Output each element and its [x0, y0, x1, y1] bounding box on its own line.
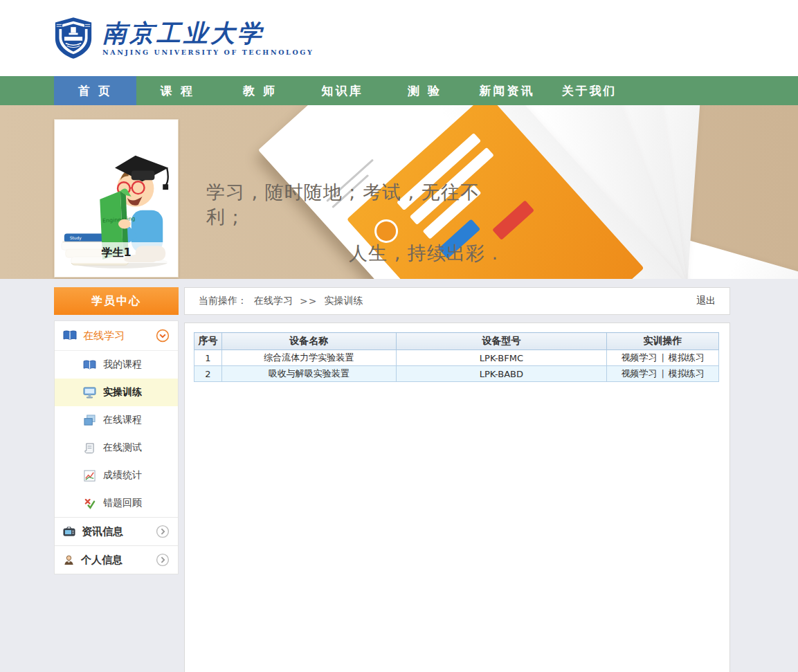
nav-item-knowledge-base[interactable]: 知识库 — [301, 76, 383, 105]
x-check-icon — [82, 498, 96, 509]
simulation-practice-link[interactable]: 模拟练习 — [669, 352, 705, 363]
nav-item-about[interactable]: 关于我们 — [548, 76, 631, 105]
sidebar-item-score-statistics[interactable]: 成绩统计 — [55, 462, 178, 489]
cell-device-model: LPK-BFMC — [396, 350, 607, 366]
table-header-row: 序号 设备名称 设备型号 实训操作 — [194, 333, 719, 350]
university-name-en: NANJING UNIVERSITY OF TECHNOLOGY — [102, 48, 314, 56]
cell-operations: 视频学习|模拟练习 — [607, 350, 719, 366]
student-name-label: 学生1 — [55, 242, 178, 263]
banner-slogan: 学习 , 随时随地 ; 考试 , 无往不利 ; 人生 , 持续出彩 . — [206, 180, 498, 266]
logout-button[interactable]: 退出 — [696, 295, 716, 307]
cell-no: 2 — [194, 366, 222, 382]
student-profile-card[interactable]: Study Engineering — [54, 119, 179, 278]
nav-item-home[interactable]: 首 页 — [54, 76, 136, 105]
university-name-cn: 南京工业大学 — [102, 21, 314, 45]
nav-item-courses[interactable]: 课 程 — [136, 76, 219, 105]
slogan-line-2: 人生 , 持续出彩 . — [206, 241, 498, 266]
col-header-no: 序号 — [194, 333, 222, 350]
main-nav: 首 页 课 程 教 师 知识库 测 验 新闻资讯 关于我们 — [0, 76, 798, 105]
cell-no: 1 — [194, 350, 222, 366]
sidebar-item-personal-info[interactable]: 个人信息 — [55, 545, 178, 574]
sidebar-item-practical-training[interactable]: 实操训练 — [55, 379, 178, 406]
sidebar-item-online-tests[interactable]: 在线测试 — [55, 434, 178, 462]
sidebar-item-wrong-question-review[interactable]: 错题回顾 — [55, 489, 178, 517]
col-header-operations: 实训操作 — [607, 333, 719, 350]
chart-icon — [82, 470, 96, 482]
cell-device-model: LPK-BABD — [396, 366, 607, 382]
scroll-icon — [82, 442, 96, 454]
breadcrumb-section[interactable]: 在线学习 — [254, 295, 293, 307]
col-header-device-name: 设备名称 — [221, 333, 396, 350]
nav-item-tests[interactable]: 测 验 — [383, 76, 466, 105]
sidebar-item-news-info[interactable]: 资讯信息 — [55, 517, 178, 545]
breadcrumb-prefix: 当前操作： — [199, 295, 247, 307]
video-study-link[interactable]: 视频学习 — [621, 368, 657, 379]
windows-icon — [82, 415, 96, 426]
simulation-practice-link[interactable]: 模拟练习 — [669, 368, 705, 379]
svg-text:Study: Study — [70, 235, 82, 241]
sidebar: 学员中心 在线学习 我的课程 实操 — [54, 287, 179, 574]
page-header: 南京工业大学 NANJING UNIVERSITY OF TECHNOLOGY — [0, 0, 798, 76]
slogan-line-1: 学习 , 随时随地 ; 考试 , 无往不利 ; — [206, 180, 498, 230]
cell-device-name: 吸收与解吸实验装置 — [221, 366, 396, 382]
chevron-right-icon — [156, 553, 170, 567]
university-logo[interactable]: 南京工业大学 NANJING UNIVERSITY OF TECHNOLOGY — [54, 16, 314, 60]
breadcrumb: 当前操作： 在线学习 >> 实操训练 退出 — [184, 287, 730, 315]
main-panel: 序号 设备名称 设备型号 实训操作 1 综合流体力学实验装置 LPK-BFMC … — [184, 323, 730, 672]
content-area: 学员中心 在线学习 我的课程 实操 — [0, 279, 798, 672]
main-column: 当前操作： 在线学习 >> 实操训练 退出 序号 设备名称 设备型号 实训操作 … — [184, 287, 730, 672]
nav-item-news[interactable]: 新闻资讯 — [466, 76, 548, 105]
cell-device-name: 综合流体力学实验装置 — [221, 350, 396, 366]
table-row: 2 吸收与解吸实验装置 LPK-BABD 视频学习|模拟练习 — [194, 366, 719, 382]
video-study-link[interactable]: 视频学习 — [621, 352, 657, 363]
table-row: 1 综合流体力学实验装置 LPK-BFMC 视频学习|模拟练习 — [194, 350, 719, 366]
tv-icon — [63, 526, 75, 537]
cell-operations: 视频学习|模拟练习 — [607, 366, 719, 382]
hero-banner: Study Engineering — [0, 105, 798, 279]
sidebar-item-online-learning[interactable]: 在线学习 — [55, 321, 178, 351]
breadcrumb-separator: >> — [300, 296, 317, 307]
open-book-icon — [63, 330, 77, 341]
chevron-right-icon — [156, 525, 170, 538]
university-emblem-icon — [54, 16, 93, 60]
book-icon — [82, 360, 96, 370]
person-icon — [63, 554, 75, 566]
sidebar-title-student-center[interactable]: 学员中心 — [54, 287, 179, 315]
device-table: 序号 设备名称 设备型号 实训操作 1 综合流体力学实验装置 LPK-BFMC … — [194, 332, 719, 382]
sidebar-menu-panel: 在线学习 我的课程 实操训练 — [54, 320, 179, 574]
chevron-down-icon — [156, 329, 170, 343]
nav-item-teachers[interactable]: 教 师 — [219, 76, 301, 105]
breadcrumb-current: 实操训练 — [324, 295, 363, 307]
monitor-icon — [82, 387, 96, 399]
sidebar-item-my-courses[interactable]: 我的课程 — [55, 351, 178, 379]
sidebar-item-online-courses[interactable]: 在线课程 — [55, 406, 178, 434]
col-header-device-model: 设备型号 — [396, 333, 607, 350]
